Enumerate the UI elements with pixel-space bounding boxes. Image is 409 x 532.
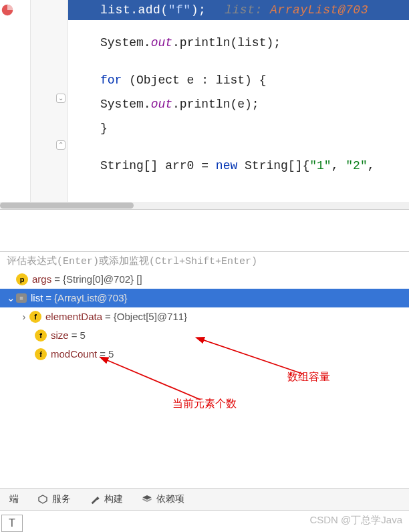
svg-line-2 — [106, 360, 200, 400]
tool-tab-deps[interactable]: 依赖项 — [132, 493, 194, 505]
watermark: CSDN @丁总学Java — [309, 514, 402, 527]
tool-tab-build[interactable]: 构建 — [80, 493, 132, 505]
layers-icon — [142, 494, 152, 505]
services-icon — [37, 494, 48, 505]
annotation-label-count: 当前元素个数 — [172, 397, 237, 411]
tool-tab-services[interactable]: 服务 — [28, 493, 80, 505]
tool-tab-terminal[interactable]: 端 — [0, 493, 28, 505]
svg-marker-3 — [39, 495, 47, 503]
file-type-tag[interactable]: T — [1, 515, 23, 532]
annotation-label-capacity: 数组容量 — [287, 370, 330, 384]
hammer-icon — [90, 494, 100, 505]
annotation-arrow-capacity — [0, 0, 409, 428]
bottom-toolbar: 端 服务 构建 依赖项 — [0, 488, 409, 511]
svg-line-1 — [202, 340, 304, 374]
